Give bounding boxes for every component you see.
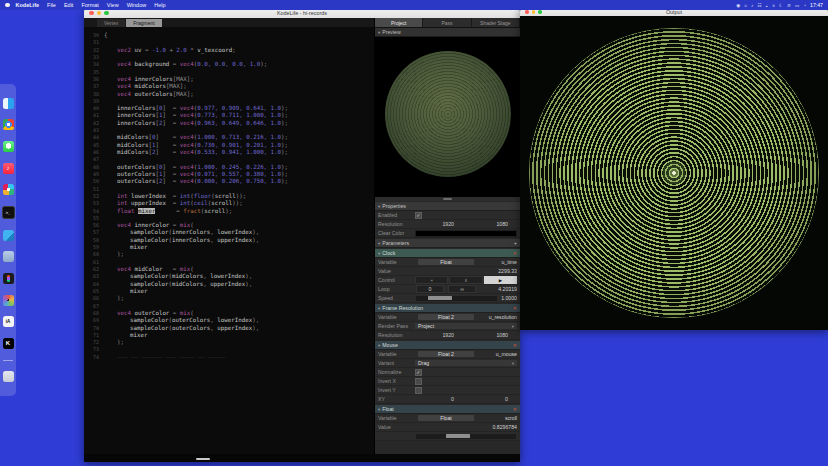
code-token: vec4 xyxy=(180,105,194,111)
section-header-float[interactable]: ▾Float✕ xyxy=(375,405,520,414)
add-parameter-button[interactable]: + xyxy=(514,240,517,246)
line-number: 52 xyxy=(84,193,104,200)
preview-viewport xyxy=(375,37,520,197)
slider-handle[interactable] xyxy=(428,296,452,300)
status-icon-5[interactable]: ⌽ xyxy=(772,3,775,8)
slider-track[interactable] xyxy=(416,296,497,301)
output-zoom-button[interactable] xyxy=(538,10,542,14)
menu-item-kodelife[interactable]: KodeLife xyxy=(16,2,40,8)
messages-dock-icon[interactable] xyxy=(3,141,14,152)
menu-item-window[interactable]: Window xyxy=(127,2,147,8)
pause-button[interactable]: ‖ xyxy=(449,276,482,284)
type-combo[interactable]: Float xyxy=(418,415,474,421)
menu-item-view[interactable]: View xyxy=(107,2,119,8)
output-minimize-button[interactable] xyxy=(532,10,536,14)
trash-dock-icon[interactable] xyxy=(3,371,14,382)
slider-handle[interactable] xyxy=(446,434,470,438)
code-line: 40innerColors[0] = vec4(0.977, 0.909, 0.… xyxy=(84,105,374,112)
section-header-frame-resolution[interactable]: ▾Frame Resolution✕ xyxy=(375,304,520,313)
remove-parameter-button[interactable]: ✕ xyxy=(513,342,517,348)
code-token: scroll xyxy=(215,193,236,199)
remove-parameter-button[interactable]: ✕ xyxy=(513,305,517,311)
slider-track[interactable] xyxy=(416,434,516,439)
status-icon-7[interactable]: ≋ xyxy=(787,3,791,8)
slack-dock-icon[interactable] xyxy=(3,184,14,195)
section-header-mouse[interactable]: ▾Mouse✕ xyxy=(375,341,520,350)
section-header-clock[interactable]: ▾Clock✕ xyxy=(375,249,520,258)
panel-tab-project[interactable]: Project xyxy=(375,18,423,27)
remove-parameter-button[interactable]: ✕ xyxy=(513,250,517,256)
code-line: 68vec4 outerColor = mix( xyxy=(84,310,374,317)
terminal-dock-icon[interactable]: >_ xyxy=(2,206,15,219)
zoom-button[interactable] xyxy=(104,11,109,16)
scrollbar-thumb[interactable] xyxy=(196,458,210,460)
line-number: 73 xyxy=(84,346,104,353)
window-content: VertexFragment 30{3132vec2 uv = -1.0 + 2… xyxy=(84,18,520,454)
panel-tab-pass[interactable]: Pass xyxy=(423,18,471,27)
value-field[interactable]: 0 xyxy=(466,396,520,402)
menu-item-help[interactable]: Help xyxy=(154,2,165,8)
panel-tab-shader-stage[interactable]: Shader Stage xyxy=(472,18,520,27)
preview-section-header[interactable]: ▾ Preview xyxy=(375,28,520,37)
tab-fragment[interactable]: Fragment xyxy=(126,19,161,27)
rewind-button[interactable]: « xyxy=(415,276,448,284)
menu-item-edit[interactable]: Edit xyxy=(64,2,73,8)
music-dock-icon[interactable]: ♪ xyxy=(3,163,14,174)
value-field[interactable]: 1920 xyxy=(412,221,466,227)
status-icon-8[interactable]: ▭ xyxy=(795,3,799,8)
finder-dock-icon[interactable] xyxy=(3,98,14,109)
tab-vertex[interactable]: Vertex xyxy=(97,19,125,27)
code-line: 34vec4 background = vec4(0.0, 0.0, 0.0, … xyxy=(84,61,374,68)
value-field[interactable]: 1080 xyxy=(466,221,520,227)
media-dock-icon[interactable] xyxy=(3,295,14,306)
chrome-dock-icon[interactable] xyxy=(3,119,14,130)
kodelife-dock-icon[interactable]: K xyxy=(3,338,14,349)
status-icon-9[interactable]: ◔ xyxy=(803,3,806,8)
section-header-properties[interactable]: ▾Properties xyxy=(375,202,520,211)
status-icon-4[interactable]: ◒ xyxy=(765,3,768,8)
code-token: sampleColor xyxy=(130,273,168,279)
mail-dock-icon[interactable] xyxy=(3,251,14,262)
vscode-dock-icon[interactable] xyxy=(3,230,14,241)
remove-parameter-button[interactable]: ✕ xyxy=(513,406,517,412)
loop-field[interactable]: 0 xyxy=(416,285,444,293)
status-icon-1[interactable]: ⌂ xyxy=(744,3,747,8)
checkbox[interactable]: ✓ xyxy=(415,369,422,376)
section-header-parameters[interactable]: ▾Parameters+ xyxy=(375,239,520,248)
status-icon-3[interactable]: ☷ xyxy=(757,3,761,8)
line-number: 44 xyxy=(84,134,104,141)
menu-item-format[interactable]: Format xyxy=(81,2,98,8)
status-icon-0[interactable]: ◉ xyxy=(736,3,740,8)
code-line: 52int lowerIndex = int(floor(scroll)); xyxy=(84,193,374,200)
code-area[interactable]: 30{3132vec2 uv = -1.0 + 2.0 * v_texcoord… xyxy=(84,27,374,454)
code-token: upperIndex xyxy=(127,200,172,206)
value-field[interactable]: 1080 xyxy=(466,332,520,338)
type-combo[interactable]: Float xyxy=(418,259,474,265)
value-field[interactable]: 0.8296784 xyxy=(492,424,520,430)
line-number: 71 xyxy=(84,332,104,339)
menu-item-file[interactable]: File xyxy=(47,2,56,8)
loop-field[interactable]: ∞ xyxy=(448,285,476,293)
minimize-button[interactable] xyxy=(97,11,102,16)
code-text: vec4 outerColor = mix( xyxy=(104,310,194,317)
status-icon-6[interactable]: ☾ xyxy=(779,3,783,8)
dropdown[interactable]: Drag▾ xyxy=(415,360,517,366)
checkbox[interactable] xyxy=(415,378,422,385)
ia-writer-dock-icon[interactable]: iA xyxy=(3,316,14,327)
value-field[interactable]: 0 xyxy=(412,396,466,402)
apple-menu-icon[interactable] xyxy=(5,3,10,8)
play-button[interactable]: ▶ xyxy=(484,276,517,284)
type-combo[interactable]: Float 2 xyxy=(418,314,474,320)
output-close-button[interactable] xyxy=(525,10,529,14)
status-icon-2[interactable]: ♪ xyxy=(751,3,753,8)
value-field[interactable]: 1920 xyxy=(412,332,466,338)
checkbox[interactable]: ✓ xyxy=(415,212,422,219)
figma-dock-icon[interactable] xyxy=(3,273,14,284)
checkbox[interactable] xyxy=(415,387,422,394)
dropdown[interactable]: Project▾ xyxy=(415,323,517,329)
close-button[interactable] xyxy=(89,11,94,16)
value-field[interactable]: 2299.33 xyxy=(498,268,520,274)
color-swatch[interactable] xyxy=(415,230,517,237)
type-combo[interactable]: Float 2 xyxy=(418,351,474,357)
code-line: 32vec2 uv = -1.0 + 2.0 * v_texcoord; xyxy=(84,47,374,54)
